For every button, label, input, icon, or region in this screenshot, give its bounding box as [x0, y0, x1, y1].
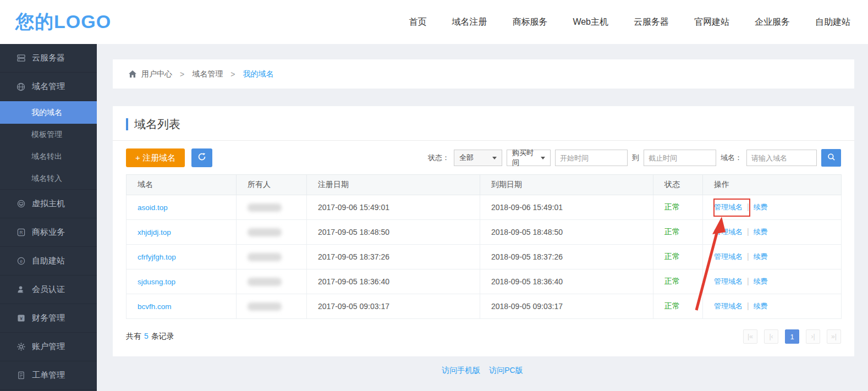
expire-date: 2018-09-05 18:36:40: [480, 269, 653, 294]
first-page-button[interactable]: |«: [743, 329, 757, 344]
domain-search-input[interactable]: [746, 150, 817, 166]
manage-domain-link[interactable]: 管理域名: [714, 302, 743, 310]
register-date: 2017-09-05 18:48:50: [307, 220, 480, 245]
owner-redacted: [248, 278, 282, 286]
renew-link[interactable]: 续费: [754, 302, 768, 310]
search-button[interactable]: [821, 149, 841, 167]
nav-item-web-hosting[interactable]: Web主机: [573, 16, 608, 28]
sidebar-item-sitebuilder[interactable]: e 自助建站: [0, 247, 97, 276]
sidebar-item-label: 域名管理: [32, 81, 65, 92]
prev-page-button[interactable]: |‹: [764, 329, 778, 344]
yen-icon: ¥: [17, 314, 25, 323]
pagination: |« |‹ 1 ›| »|: [743, 329, 841, 344]
nav-item-enterprise-service[interactable]: 企业服务: [755, 16, 790, 28]
title-accent-bar: [126, 118, 128, 130]
sidebar-subitem-template-management[interactable]: 模板管理: [0, 124, 97, 146]
server-icon: [17, 54, 25, 63]
domain-filter-label: 域名：: [721, 153, 742, 163]
sidebar-item-cloud-server[interactable]: 云服务器: [0, 44, 97, 73]
nav-item-website-building[interactable]: 官网建站: [694, 16, 729, 28]
expire-date: 2018-09-05 18:37:26: [480, 245, 653, 269]
nav-item-self-sitebuilder[interactable]: 自助建站: [815, 16, 850, 28]
manage-domain-link[interactable]: 管理域名: [714, 252, 743, 261]
manage-domain-link[interactable]: 管理域名: [714, 277, 743, 285]
pc-version-link[interactable]: 访问PC版: [489, 366, 523, 375]
time-type-select[interactable]: 购买时间: [507, 150, 551, 166]
mobile-version-link[interactable]: 访问手机版: [442, 366, 480, 375]
owner-redacted: [248, 302, 282, 311]
status-filter-label: 状态：: [428, 153, 449, 163]
col-header-owner: 所有人: [237, 175, 307, 195]
sidebar-subitem-domain-transfer-out[interactable]: 域名转出: [0, 146, 97, 168]
globe-icon: [17, 82, 25, 91]
renew-link[interactable]: 续费: [754, 228, 768, 236]
manage-domain-link[interactable]: 管理域名: [714, 228, 743, 236]
work-order-icon: [17, 371, 25, 380]
time-type-select-value: 购买时间: [512, 148, 537, 168]
last-page-button[interactable]: »|: [827, 329, 841, 344]
domain-link[interactable]: cfrfyjfgh.top: [138, 253, 176, 261]
manage-domain-link[interactable]: 管理域名: [714, 203, 743, 211]
register-domain-button[interactable]: + 注册域名: [126, 148, 185, 167]
status-select-value: 全部: [459, 153, 474, 163]
nav-item-domain-register[interactable]: 域名注册: [452, 16, 487, 28]
owner-redacted: [248, 203, 282, 212]
register-date: 2017-09-05 18:37:26: [307, 245, 480, 269]
domain-link[interactable]: xhjdjdj.top: [138, 228, 171, 236]
sidebar-item-member-auth[interactable]: 会员认证: [0, 276, 97, 304]
nav-item-cloud-server[interactable]: 云服务器: [634, 16, 669, 28]
svg-text:¥: ¥: [19, 316, 23, 321]
renew-link[interactable]: 续费: [754, 277, 768, 285]
status-badge: 正常: [664, 202, 680, 211]
sidebar-item-finance[interactable]: ¥ 财务管理: [0, 304, 97, 333]
person-check-icon: [17, 285, 25, 294]
sidebar-subitem-label: 域名转入: [31, 174, 62, 184]
page-footer: 访问手机版 访问PC版: [97, 366, 868, 376]
end-time-input[interactable]: [644, 150, 716, 166]
breadcrumb-separator: >: [180, 70, 184, 79]
nav-item-home[interactable]: 首页: [409, 16, 426, 28]
col-header-expire-date: 到期日期: [480, 175, 653, 195]
sidebar-item-work-order[interactable]: 工单管理: [0, 361, 97, 390]
col-header-status: 状态: [653, 175, 703, 195]
breadcrumb-separator: >: [230, 70, 235, 79]
next-page-button[interactable]: ›|: [806, 329, 820, 344]
domain-link[interactable]: sjdusng.top: [138, 278, 175, 286]
refresh-button[interactable]: [191, 148, 212, 167]
sidebar-subitem-my-domains[interactable]: 我的域名: [0, 101, 97, 124]
domain-link[interactable]: bcvfh.com: [138, 302, 172, 311]
sidebar-item-domain-management[interactable]: 域名管理: [0, 73, 97, 101]
expire-date: 2018-09-05 09:03:17: [480, 294, 653, 319]
table-row: asoid.top 2017-09-06 15:49:01 2018-09-06…: [127, 195, 842, 220]
sidebar-item-label: 会员认证: [32, 284, 65, 295]
sidebar-subitem-label: 模板管理: [31, 130, 62, 140]
svg-text:e: e: [20, 258, 23, 264]
domain-link[interactable]: asoid.top: [138, 203, 168, 212]
sidebar-item-trademark[interactable]: R 商标业务: [0, 218, 97, 247]
refresh-icon: [197, 152, 206, 163]
action-separator: |: [747, 202, 749, 211]
status-select[interactable]: 全部: [454, 150, 502, 166]
page-number-button[interactable]: 1: [785, 329, 799, 344]
start-time-input[interactable]: [555, 150, 628, 166]
table-header-row: 域名 所有人 注册日期 到期日期 状态 操作: [127, 175, 842, 195]
nav-item-trademark-service[interactable]: 商标服务: [512, 16, 547, 28]
registered-trademark-icon: R: [17, 228, 25, 237]
top-header: 您的LOGO 首页 域名注册 商标服务 Web主机 云服务器 官网建站 企业服务…: [0, 0, 868, 44]
sidebar-item-account[interactable]: 账户管理: [0, 333, 97, 361]
sidebar-item-label: 商标业务: [32, 227, 65, 238]
to-label: 到: [632, 153, 639, 163]
breadcrumb-my-domains[interactable]: 我的域名: [243, 69, 273, 79]
sidebar-item-virtual-host[interactable]: 虚拟主机: [0, 190, 97, 218]
col-header-actions: 操作: [703, 175, 842, 195]
breadcrumb-user-center[interactable]: 用户中心: [141, 69, 172, 79]
sidebar-subitem-label: 域名转出: [31, 152, 62, 162]
status-badge: 正常: [664, 252, 680, 261]
renew-link[interactable]: 续费: [754, 252, 768, 261]
breadcrumb-domain-management[interactable]: 域名管理: [192, 69, 223, 79]
status-badge: 正常: [664, 301, 680, 310]
renew-link[interactable]: 续费: [754, 203, 768, 211]
record-count: 5: [144, 332, 149, 340]
sidebar-subitem-domain-transfer-in[interactable]: 域名转入: [0, 168, 97, 190]
sitebuilder-icon: e: [17, 257, 25, 266]
